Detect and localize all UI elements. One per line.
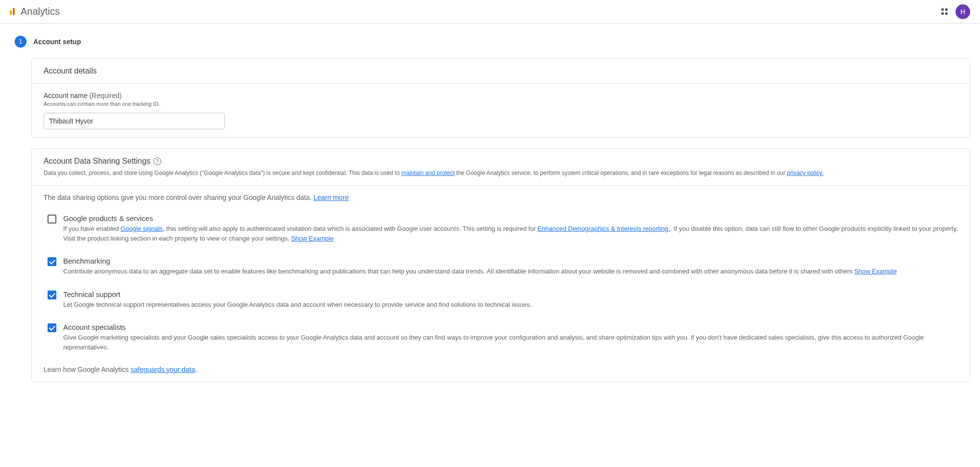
option-benchmarking: Benchmarking Contribute anonymous data t… [44,257,958,276]
help-icon[interactable]: ? [153,157,161,165]
option-title: Google products & services [63,214,958,222]
option-description: If you have enabled Google signals, this… [63,224,958,243]
account-name-hint: Accounts can contain more than one track… [44,101,958,107]
step-header: 1 Account setup [15,36,970,48]
show-example-link[interactable]: Show Example [291,235,334,242]
step-number-badge: 1 [15,36,26,48]
google-signals-link[interactable]: Google signals [121,225,163,232]
option-description: Give Google marketing specialists and yo… [63,333,958,352]
privacy-policy-link[interactable]: privacy policy. [787,170,823,176]
analytics-logo-icon [10,8,15,15]
checkbox-benchmarking[interactable] [48,257,56,266]
option-description: Let Google technical support representat… [63,300,958,310]
option-title: Technical support [63,290,958,298]
maintain-protect-link[interactable]: maintain and protect [401,170,455,176]
account-name-input[interactable] [44,113,225,129]
safeguards-link[interactable]: safeguards your data [130,366,195,373]
app-header: Analytics H [0,0,980,24]
account-details-panel: Account details Account name (Required) … [31,58,970,138]
option-description: Contribute anonymous data to an aggregat… [63,267,958,276]
data-sharing-description: Data you collect, process, and store usi… [44,169,958,177]
checkbox-account-specialists[interactable] [48,323,56,332]
show-example-link[interactable]: Show Example [854,268,897,275]
step-title: Account setup [33,38,81,46]
data-sharing-panel: Account Data Sharing Settings ? Data you… [31,148,970,382]
option-account-specialists: Account specialists Give Google marketin… [44,323,958,352]
account-name-label: Account name (Required) [44,92,958,99]
user-avatar[interactable]: H [956,4,970,19]
safeguards-footer: Learn how Google Analytics safeguards yo… [44,366,958,373]
app-title: Analytics [21,6,60,17]
account-details-title: Account details [44,67,958,75]
option-google-products: Google products & services If you have e… [44,214,958,243]
data-sharing-title: Account Data Sharing Settings [44,157,150,166]
checkbox-technical-support[interactable] [48,291,56,299]
option-title: Account specialists [63,323,958,331]
apps-grid-icon[interactable] [941,8,948,15]
demographics-link[interactable]: Enhanced Demographics & Interests report… [538,225,670,232]
learn-more-link[interactable]: Learn more [314,194,349,201]
checkbox-google-products[interactable] [48,215,56,223]
data-sharing-intro: The data sharing options give you more c… [44,194,958,201]
option-title: Benchmarking [63,257,958,265]
option-technical-support: Technical support Let Google technical s… [44,290,958,310]
